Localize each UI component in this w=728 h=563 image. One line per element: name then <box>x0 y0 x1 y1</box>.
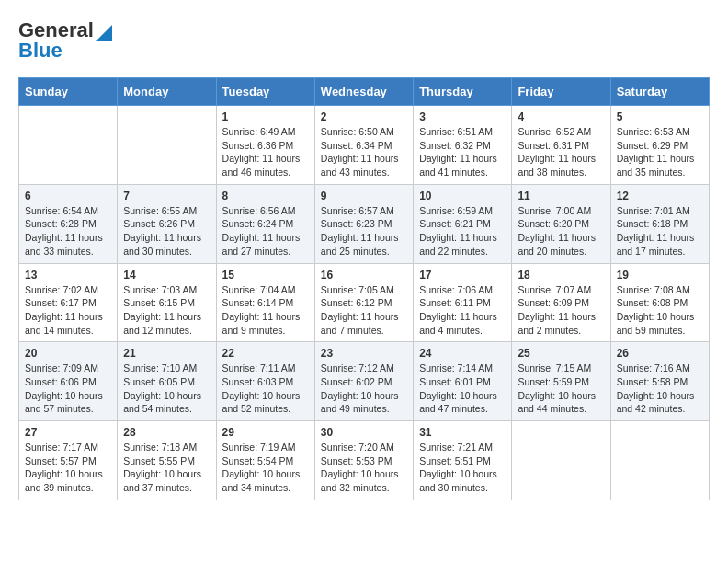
day-info: Sunrise: 7:11 AMSunset: 6:03 PMDaylight:… <box>222 362 309 416</box>
calendar-cell: 13Sunrise: 7:02 AMSunset: 6:17 PMDayligh… <box>19 263 118 342</box>
day-info: Sunrise: 7:15 AMSunset: 5:59 PMDaylight:… <box>518 362 604 416</box>
day-number: 23 <box>321 347 407 360</box>
calendar-cell: 20Sunrise: 7:09 AMSunset: 6:06 PMDayligh… <box>19 342 118 421</box>
day-number: 21 <box>123 347 210 360</box>
calendar-cell: 11Sunrise: 7:00 AMSunset: 6:20 PMDayligh… <box>512 184 610 263</box>
week-row-5: 27Sunrise: 7:17 AMSunset: 5:57 PMDayligh… <box>19 421 710 500</box>
day-number: 17 <box>419 269 506 282</box>
day-info: Sunrise: 7:17 AMSunset: 5:57 PMDaylight:… <box>25 441 111 495</box>
day-info: Sunrise: 7:03 AMSunset: 6:15 PMDaylight:… <box>123 283 210 338</box>
day-info: Sunrise: 6:49 AMSunset: 6:36 PMDaylight:… <box>222 125 309 179</box>
day-number: 16 <box>321 269 407 282</box>
day-number: 14 <box>123 269 210 282</box>
calendar-cell <box>610 421 709 500</box>
page-header: General Blue <box>18 18 710 63</box>
day-number: 15 <box>222 269 309 282</box>
calendar-cell: 23Sunrise: 7:12 AMSunset: 6:02 PMDayligh… <box>314 342 413 421</box>
day-number: 7 <box>123 190 210 202</box>
column-header-thursday: Thursday <box>414 78 512 106</box>
day-info: Sunrise: 6:56 AMSunset: 6:24 PMDaylight:… <box>222 204 309 259</box>
calendar-cell: 10Sunrise: 6:59 AMSunset: 6:21 PMDayligh… <box>414 184 512 263</box>
day-number: 31 <box>419 426 506 439</box>
day-info: Sunrise: 6:54 AMSunset: 6:28 PMDaylight:… <box>25 204 111 259</box>
day-number: 8 <box>222 190 309 202</box>
calendar-cell: 18Sunrise: 7:07 AMSunset: 6:09 PMDayligh… <box>512 263 610 342</box>
calendar-cell: 7Sunrise: 6:55 AMSunset: 6:26 PMDaylight… <box>118 184 216 263</box>
calendar-cell: 31Sunrise: 7:21 AMSunset: 5:51 PMDayligh… <box>414 421 512 500</box>
day-info: Sunrise: 7:05 AMSunset: 6:12 PMDaylight:… <box>321 283 407 338</box>
day-number: 19 <box>617 269 703 282</box>
day-info: Sunrise: 7:18 AMSunset: 5:55 PMDaylight:… <box>123 441 210 495</box>
day-number: 1 <box>222 110 309 123</box>
day-number: 2 <box>321 110 407 123</box>
calendar-cell <box>512 421 610 500</box>
week-row-2: 6Sunrise: 6:54 AMSunset: 6:28 PMDaylight… <box>19 184 710 263</box>
calendar-cell: 9Sunrise: 6:57 AMSunset: 6:23 PMDaylight… <box>314 184 413 263</box>
day-number: 24 <box>419 347 506 360</box>
week-row-4: 20Sunrise: 7:09 AMSunset: 6:06 PMDayligh… <box>19 342 710 421</box>
day-info: Sunrise: 6:57 AMSunset: 6:23 PMDaylight:… <box>321 204 407 259</box>
calendar-cell: 27Sunrise: 7:17 AMSunset: 5:57 PMDayligh… <box>19 421 118 500</box>
day-info: Sunrise: 7:20 AMSunset: 5:53 PMDaylight:… <box>321 441 407 495</box>
day-info: Sunrise: 7:06 AMSunset: 6:11 PMDaylight:… <box>419 283 506 338</box>
column-header-saturday: Saturday <box>610 78 709 106</box>
calendar-cell: 21Sunrise: 7:10 AMSunset: 6:05 PMDayligh… <box>118 342 216 421</box>
day-number: 30 <box>321 426 407 439</box>
calendar-cell <box>19 106 118 185</box>
calendar-cell: 2Sunrise: 6:50 AMSunset: 6:34 PMDaylight… <box>314 106 413 185</box>
day-info: Sunrise: 7:21 AMSunset: 5:51 PMDaylight:… <box>419 441 506 495</box>
day-number: 4 <box>518 110 604 123</box>
calendar-cell: 4Sunrise: 6:52 AMSunset: 6:31 PMDaylight… <box>512 106 610 185</box>
svg-marker-0 <box>96 25 112 41</box>
week-row-1: 1Sunrise: 6:49 AMSunset: 6:36 PMDaylight… <box>19 106 710 185</box>
day-info: Sunrise: 6:50 AMSunset: 6:34 PMDaylight:… <box>321 125 407 179</box>
calendar-cell: 28Sunrise: 7:18 AMSunset: 5:55 PMDayligh… <box>118 421 216 500</box>
day-info: Sunrise: 7:14 AMSunset: 6:01 PMDaylight:… <box>419 362 506 416</box>
calendar-cell: 24Sunrise: 7:14 AMSunset: 6:01 PMDayligh… <box>414 342 512 421</box>
column-header-sunday: Sunday <box>19 78 118 106</box>
calendar-cell: 17Sunrise: 7:06 AMSunset: 6:11 PMDayligh… <box>414 263 512 342</box>
day-number: 12 <box>617 190 703 202</box>
logo-line2: Blue <box>18 39 63 63</box>
day-number: 3 <box>419 110 506 123</box>
logo: General Blue <box>18 18 112 63</box>
day-info: Sunrise: 7:00 AMSunset: 6:20 PMDaylight:… <box>518 204 604 259</box>
calendar-cell: 14Sunrise: 7:03 AMSunset: 6:15 PMDayligh… <box>118 263 216 342</box>
calendar-cell: 19Sunrise: 7:08 AMSunset: 6:08 PMDayligh… <box>610 263 709 342</box>
column-header-tuesday: Tuesday <box>216 78 314 106</box>
calendar-cell: 22Sunrise: 7:11 AMSunset: 6:03 PMDayligh… <box>216 342 314 421</box>
calendar-cell: 12Sunrise: 7:01 AMSunset: 6:18 PMDayligh… <box>610 184 709 263</box>
day-info: Sunrise: 6:51 AMSunset: 6:32 PMDaylight:… <box>419 125 506 179</box>
day-number: 22 <box>222 347 309 360</box>
day-number: 29 <box>222 426 309 439</box>
day-number: 27 <box>25 426 111 439</box>
day-number: 26 <box>617 347 703 360</box>
day-number: 5 <box>617 110 703 123</box>
column-header-monday: Monday <box>118 78 216 106</box>
day-info: Sunrise: 7:09 AMSunset: 6:06 PMDaylight:… <box>25 362 111 416</box>
header-row: SundayMondayTuesdayWednesdayThursdayFrid… <box>19 78 710 106</box>
calendar-cell: 1Sunrise: 6:49 AMSunset: 6:36 PMDaylight… <box>216 106 314 185</box>
calendar-cell: 15Sunrise: 7:04 AMSunset: 6:14 PMDayligh… <box>216 263 314 342</box>
day-info: Sunrise: 6:59 AMSunset: 6:21 PMDaylight:… <box>419 204 506 259</box>
calendar-cell <box>118 106 216 185</box>
day-info: Sunrise: 7:07 AMSunset: 6:09 PMDaylight:… <box>518 283 604 338</box>
calendar-cell: 6Sunrise: 6:54 AMSunset: 6:28 PMDaylight… <box>19 184 118 263</box>
day-info: Sunrise: 7:02 AMSunset: 6:17 PMDaylight:… <box>25 283 111 338</box>
calendar-cell: 5Sunrise: 6:53 AMSunset: 6:29 PMDaylight… <box>610 106 709 185</box>
day-number: 9 <box>321 190 407 202</box>
logo-arrow-icon <box>96 21 112 41</box>
calendar-cell: 30Sunrise: 7:20 AMSunset: 5:53 PMDayligh… <box>314 421 413 500</box>
day-info: Sunrise: 7:10 AMSunset: 6:05 PMDaylight:… <box>123 362 210 416</box>
day-info: Sunrise: 7:01 AMSunset: 6:18 PMDaylight:… <box>617 204 703 259</box>
day-number: 20 <box>25 347 111 360</box>
day-info: Sunrise: 7:04 AMSunset: 6:14 PMDaylight:… <box>222 283 309 338</box>
day-info: Sunrise: 7:12 AMSunset: 6:02 PMDaylight:… <box>321 362 407 416</box>
day-number: 6 <box>25 190 111 202</box>
week-row-3: 13Sunrise: 7:02 AMSunset: 6:17 PMDayligh… <box>19 263 710 342</box>
day-info: Sunrise: 7:19 AMSunset: 5:54 PMDaylight:… <box>222 441 309 495</box>
column-header-friday: Friday <box>512 78 610 106</box>
calendar-table: SundayMondayTuesdayWednesdayThursdayFrid… <box>18 77 710 500</box>
day-number: 18 <box>518 269 604 282</box>
day-info: Sunrise: 7:16 AMSunset: 5:58 PMDaylight:… <box>617 362 703 416</box>
